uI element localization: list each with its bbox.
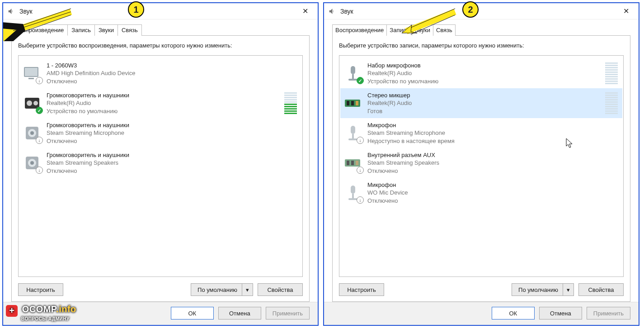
properties-button[interactable]: Свойства: [578, 283, 624, 296]
disabled-overlay-icon: ↓: [357, 167, 364, 174]
device-text: Громкоговоритель и наушники Realtek(R) A…: [47, 91, 280, 115]
tab-recording[interactable]: Запись: [387, 24, 412, 36]
close-button[interactable]: ✕: [617, 7, 635, 15]
action-row: Настроить По умолчанию ▾ Свойства: [18, 283, 303, 296]
content: Воспроизведение Запись Звуки Связь Выбер…: [3, 19, 318, 302]
set-default-label: По умолчанию: [197, 286, 237, 293]
titlebar: Звук ✕: [324, 3, 639, 19]
device-row[interactable]: ✓ Громкоговоритель и наушники Realtek(R)…: [19, 88, 301, 118]
window-title: Звук: [19, 8, 33, 15]
device-row[interactable]: ↓ Внутренний разъем AUX Steam Streaming …: [340, 148, 622, 178]
svg-rect-32: [351, 126, 355, 134]
properties-button[interactable]: Свойства: [258, 283, 303, 296]
device-text: Стерео микшер Realtek(R) Audio Готов: [367, 91, 601, 115]
device-row[interactable]: Стерео микшер Realtek(R) Audio Готов: [340, 88, 622, 118]
tab-sounds[interactable]: Звуки: [412, 24, 433, 36]
action-row: Настроить По умолчанию ▾ Свойства: [339, 283, 624, 296]
default-check-icon: ✓: [357, 77, 364, 84]
default-check-icon: ✓: [36, 107, 43, 114]
set-default-button[interactable]: По умолчанию ▾: [512, 283, 574, 296]
tab-comm[interactable]: Связь: [118, 24, 142, 36]
svg-rect-11: [28, 78, 34, 79]
disabled-overlay-icon: ↓: [357, 196, 364, 204]
device-text: Громкоговоритель и наушники Steam Stream…: [47, 121, 301, 145]
disabled-overlay-icon: ↓: [36, 137, 43, 144]
panel: Выберите устройство воспроизведения, пар…: [11, 35, 310, 302]
speaker-device-icon: ↓: [23, 154, 41, 172]
monitor-icon: ↓: [23, 64, 41, 82]
svg-rect-30: [351, 101, 354, 105]
titlebar: Звук ✕: [3, 3, 318, 19]
mic-icon: ✓: [344, 64, 362, 82]
svg-point-14: [33, 101, 38, 105]
speaker-device-icon: ✓: [23, 94, 41, 112]
level-meter: [605, 62, 618, 84]
cancel-button[interactable]: Отмена: [539, 307, 582, 319]
sound-dialog-playback: 1 Звук ✕ Воспроизведение Запись Звуки Св…: [2, 2, 319, 326]
chevron-down-icon[interactable]: ▾: [242, 284, 253, 296]
svg-point-20: [30, 161, 34, 165]
svg-point-13: [27, 100, 32, 106]
cancel-button[interactable]: Отмена: [218, 307, 261, 319]
svg-rect-36: [347, 161, 349, 165]
speaker-icon: [7, 7, 15, 15]
speaker-device-icon: ↓: [23, 124, 41, 142]
svg-rect-33: [352, 134, 354, 138]
instruction-text: Выберите устройство воспроизведения, пар…: [18, 42, 303, 49]
panel: Выберите устройство записи, параметры ко…: [332, 35, 630, 302]
mouse-cursor-icon: [565, 138, 573, 149]
svg-rect-10: [25, 68, 38, 76]
ok-button[interactable]: ОК: [171, 307, 214, 319]
svg-rect-34: [348, 138, 357, 140]
svg-point-17: [30, 131, 34, 135]
configure-button[interactable]: Настроить: [339, 283, 384, 296]
mic-icon: ↓: [344, 124, 362, 142]
ok-button[interactable]: ОК: [492, 307, 535, 319]
device-list[interactable]: ✓ Набор микрофонов Realtek(R) Audio Устр…: [339, 55, 624, 277]
dialog-buttons: ОК Отмена Применить: [324, 302, 639, 325]
device-text: Микрофон WO Mic Device Отключено: [367, 181, 621, 205]
svg-rect-29: [347, 101, 349, 105]
svg-rect-26: [352, 74, 354, 79]
soundcard-icon: [344, 94, 362, 112]
svg-rect-27: [348, 79, 357, 81]
sound-dialog-recording: 2 Звук ✕ Воспроизведение Запись Звуки Св…: [323, 2, 639, 326]
tabstrip: Воспроизведение Запись Звуки Связь: [332, 24, 630, 36]
device-text: Набор микрофонов Realtek(R) Audio Устрой…: [367, 62, 601, 86]
device-text: Микрофон Steam Streaming Microphone Недо…: [367, 121, 621, 145]
device-row[interactable]: ↓ Громкоговоритель и наушники Steam Stre…: [19, 118, 301, 148]
tab-playback[interactable]: Воспроизведение: [332, 24, 387, 36]
level-meter: [284, 92, 297, 114]
apply-button[interactable]: Применить: [266, 307, 310, 319]
tab-comm[interactable]: Связь: [433, 24, 456, 36]
device-list[interactable]: ↓ 1 - 2060W3 AMD High Definition Audio D…: [18, 55, 303, 277]
instruction-text: Выберите устройство записи, параметры ко…: [339, 42, 624, 49]
tab-playback[interactable]: Воспроизведение: [11, 24, 68, 36]
tabstrip: Воспроизведение Запись Звуки Связь: [11, 24, 310, 36]
screenshot-canvas: 1 Звук ✕ Воспроизведение Запись Звуки Св…: [2, 2, 642, 326]
device-row[interactable]: ↓ Микрофон Steam Streaming Microphone Не…: [340, 118, 622, 148]
disabled-overlay-icon: ↓: [357, 137, 364, 144]
svg-rect-37: [351, 161, 354, 165]
close-button[interactable]: ✕: [296, 7, 314, 15]
tab-recording[interactable]: Запись: [68, 24, 95, 36]
set-default-button[interactable]: По умолчанию ▾: [191, 283, 253, 296]
watermark-plus-icon: +: [6, 305, 18, 317]
speaker-icon: [328, 7, 336, 15]
tab-sounds[interactable]: Звуки: [95, 24, 118, 36]
disabled-overlay-icon: ↓: [36, 77, 43, 84]
svg-rect-40: [352, 194, 354, 198]
chevron-down-icon[interactable]: ▾: [563, 284, 573, 296]
configure-button[interactable]: Настроить: [18, 283, 63, 296]
device-row[interactable]: ↓ Громкоговоритель и наушники Steam Stre…: [19, 148, 301, 178]
device-row[interactable]: ↓ Микрофон WO Mic Device Отключено: [340, 178, 622, 208]
window-title: Звук: [340, 8, 353, 15]
content: Воспроизведение Запись Звуки Связь Выбер…: [324, 19, 639, 302]
disabled-overlay-icon: ↓: [36, 167, 43, 174]
apply-button[interactable]: Применить: [587, 307, 630, 319]
device-row[interactable]: ↓ 1 - 2060W3 AMD High Definition Audio D…: [19, 58, 301, 88]
device-row[interactable]: ✓ Набор микрофонов Realtek(R) Audio Устр…: [340, 58, 622, 88]
level-meter: [605, 92, 618, 114]
svg-rect-25: [351, 66, 355, 74]
device-text: Громкоговоритель и наушники Steam Stream…: [47, 151, 301, 175]
